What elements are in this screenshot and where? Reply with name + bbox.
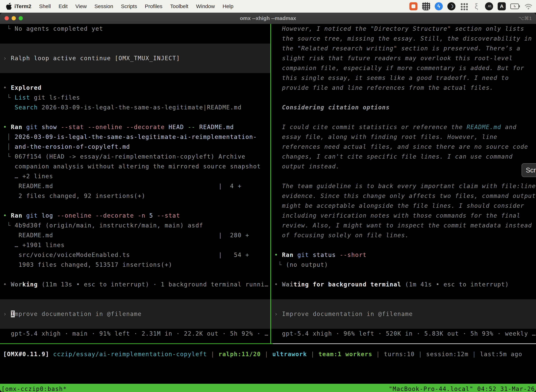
terminal-line: including verification notes with those … (271, 211, 536, 221)
omx-status-pane: [OMX#0.11.9] cczip/essay/ai-reimplementa… (0, 344, 536, 384)
injected-prompt[interactable]: › Ralph loop active continue [OMX_TMUX_I… (0, 44, 270, 73)
terminal-line: slight risk that future readers may over… (271, 53, 536, 63)
minimize-button[interactable] (12, 16, 16, 20)
terminal-line: provide file and line references from th… (271, 83, 536, 93)
blank-line (271, 112, 536, 122)
terminal-line: README.md | 4 + (0, 181, 270, 191)
explored-header: • Explored (0, 83, 270, 93)
blank-line (271, 240, 536, 250)
iterm-window: omx --xhigh --madmax ⌥⌘1 └ No agents com… (0, 13, 536, 392)
omx-status-line: [OMX#0.11.9] cczip/essay/ai-reimplementa… (0, 349, 536, 359)
blank-line (0, 34, 270, 44)
terminal-line: I could cite commit statistics or refere… (271, 122, 536, 132)
waiting-status-line: • Waiting for background terminal (1m 41… (271, 280, 536, 289)
squiggle-icon[interactable]: ξ (472, 2, 480, 10)
screen-toast-label: Scre (526, 167, 536, 174)
terminal-line: └ (no output) (271, 260, 536, 270)
menu-item-profiles[interactable]: Profiles (145, 3, 162, 9)
blank-line (271, 93, 536, 103)
terminal-line: 2 files changed, 92 insertions(+) (0, 191, 270, 201)
terminal-line: │ and-the-erosion-of-copyleft.md (0, 142, 270, 152)
terminal-line: the source tree, missing the essay. Stil… (271, 34, 536, 44)
terminal-line: │ 2026-03-09-is-legal-the-same-as-legiti… (0, 132, 270, 142)
wifi-icon[interactable] (524, 2, 532, 10)
crescent-icon[interactable]: ☽ (447, 2, 455, 10)
window-title: omx --xhigh --madmax (240, 15, 296, 21)
ran-git-log: • Ran git log --oneline --decorate -n 5 … (0, 211, 270, 221)
explored-search: Search 2026-03-09-is-legal-the-same-as-l… (0, 103, 270, 112)
terminal-line: … +1901 lines (0, 240, 270, 250)
explored-list: └ List git ls-files (0, 93, 270, 103)
terminal-line: evidence. Since this change only affects… (271, 191, 536, 201)
status-icons: ϟ☽ξ..61Aϟ (409, 2, 532, 10)
terminal-line: … +2 lines (0, 171, 270, 181)
menu-item-shell[interactable]: Shell (39, 3, 51, 9)
menu-item-edit[interactable]: Edit (58, 3, 68, 9)
window-shortcut-badge: ⌥⌘1 (518, 15, 532, 21)
terminal-line: README.md | 280 + (0, 230, 270, 240)
terminal-line: └ 067f154 (HEAD -> essay/ai-reimplementa… (0, 152, 270, 162)
menu-item-session[interactable]: Session (94, 3, 113, 9)
terminal-line: src/voice/voiceModeEnabled.ts | 54 + (0, 250, 270, 260)
menu-item-iterm2[interactable]: iTerm2 (14, 3, 31, 9)
prompt-input[interactable]: › Improve documentation in @filename (0, 299, 270, 329)
terminal-line: changes, I can't cite specific file line… (271, 152, 536, 162)
shield-grid-icon[interactable] (422, 2, 430, 10)
tmux-host-clock: "MacBook-Pro-44.local" 04:52 31-Mar-26 (389, 384, 535, 392)
left-terminal-pane[interactable]: └ No agents completed yet› Ralph loop ac… (0, 24, 270, 343)
apple-icon[interactable] (6, 3, 12, 10)
model-status-line: gpt-5.4 xhigh · 96% left · 520K in · 5.8… (271, 329, 536, 339)
count-badge-icon[interactable]: ..61 (485, 2, 493, 10)
terminal-line: references need actual files, and since … (271, 142, 536, 152)
terminal-line: The team guideline is to back every impo… (271, 181, 536, 191)
blank-line (0, 112, 270, 122)
blank-line (271, 270, 536, 280)
model-status-line: gpt-5.4 xhigh · main · 91% left · 2.31M … (0, 329, 270, 339)
menu-item-help[interactable]: Help (223, 3, 234, 9)
chat-bubble-icon[interactable] (409, 2, 417, 10)
terminal-line: 1903 files changed, 513517 insertions(+) (0, 260, 270, 270)
menu-item-scripts[interactable]: Scripts (121, 3, 137, 9)
zoom-button[interactable] (19, 16, 23, 20)
working-status-line: • Working (11m 13s • esc to interrupt) ·… (0, 280, 270, 289)
terminal-line: However, I noticed the "Directory Struct… (271, 24, 536, 34)
blank-line (271, 289, 536, 299)
blank-line (0, 270, 270, 280)
terminal-line: output instead. (271, 162, 536, 171)
a-key-icon[interactable]: A (498, 2, 506, 10)
terminal-line: essay file, along with finding root file… (271, 132, 536, 142)
blank-line (271, 171, 536, 181)
ran-git-status: • Ran git status --short (271, 250, 536, 260)
right-terminal-pane[interactable]: However, I noticed the "Directory Struct… (271, 24, 536, 343)
tmux-status-bar: [omx-cczip0:bash* "MacBook-Pro-44.local"… (0, 384, 536, 392)
screen-toast[interactable]: Scre (522, 163, 536, 177)
menu-item-window[interactable]: Window (196, 3, 215, 9)
terminal-line: might be acceptable alongside the file l… (271, 201, 536, 211)
dots-grid-icon[interactable] (460, 2, 468, 10)
terminal-line: companion file, especially if more comme… (271, 63, 536, 73)
menu-bar: iTerm2ShellEditViewSessionScriptsProfile… (0, 0, 536, 13)
terminal-line: └ 4b9d30f (origin/main, instructkr/main,… (0, 221, 270, 230)
blank-line (0, 201, 270, 211)
agents-status-line: └ No agents completed yet (0, 24, 270, 34)
close-button[interactable] (5, 16, 9, 20)
terminal-line: review. Also, I might want to inspect th… (271, 221, 536, 230)
prompt-input[interactable]: › Improve documentation in @filename (271, 299, 536, 329)
battery-icon[interactable]: ϟ (510, 2, 520, 10)
terminal-line: the "Related research writing" section i… (271, 44, 536, 53)
terminal-line: this single essay, it seems like a good … (271, 73, 536, 83)
badge-zigzag-icon[interactable]: ϟ (435, 2, 443, 10)
tmux-session-window[interactable]: [omx-cczip0:bash* (1, 384, 67, 392)
blank-line (0, 73, 270, 83)
title-bar[interactable]: omx --xhigh --madmax ⌥⌘1 (0, 13, 536, 24)
terminal-line: companion analysis without altering the … (0, 162, 270, 171)
blank-line (0, 289, 270, 299)
thinking-heading: Considering citation options (271, 103, 536, 112)
menu-items: iTerm2ShellEditViewSessionScriptsProfile… (14, 3, 233, 9)
menu-item-view[interactable]: View (76, 3, 87, 9)
menu-item-toolbelt[interactable]: Toolbelt (170, 3, 188, 9)
ran-git-show: • Ran git show --stat --oneline --decora… (0, 122, 270, 132)
terminal-line: of focusing solely on file lines. (271, 230, 536, 240)
